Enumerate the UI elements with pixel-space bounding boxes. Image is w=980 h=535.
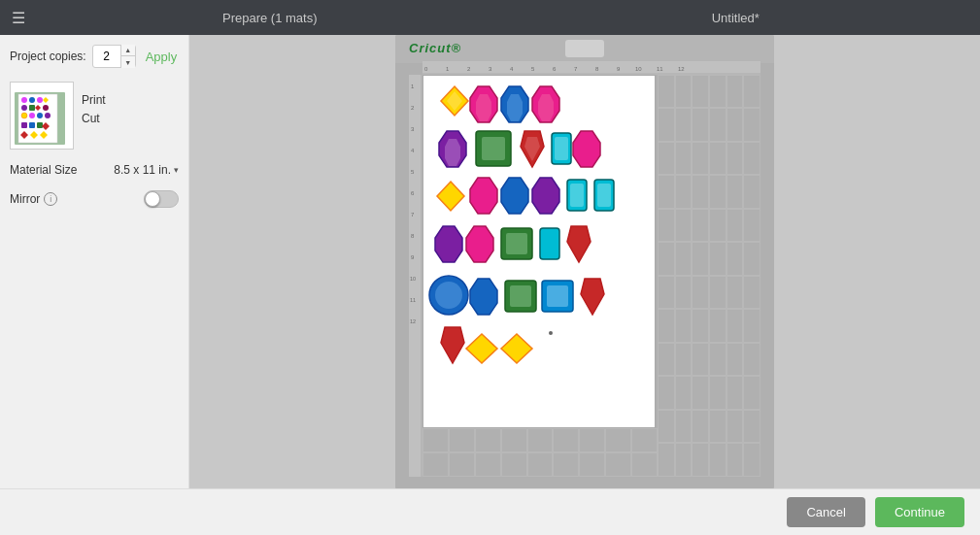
grid-cell: [675, 276, 693, 310]
svg-text:11: 11: [657, 66, 663, 72]
grid-cell: [422, 452, 449, 477]
grid-cell: [709, 108, 727, 142]
svg-text:0: 0: [424, 66, 428, 72]
grid-cell: [449, 428, 475, 452]
grid-cell: [658, 75, 675, 109]
footer: Cancel Continue: [0, 488, 980, 535]
copies-down-button[interactable]: ▼: [121, 56, 135, 68]
mat-print-area: [422, 75, 656, 428]
grid-cell: [709, 142, 727, 176]
grid-cell: [692, 410, 709, 444]
svg-marker-53: [507, 94, 523, 121]
grid-cell: [631, 452, 658, 477]
svg-marker-57: [445, 139, 460, 166]
grid-cell: [675, 142, 693, 176]
svg-text:10: 10: [635, 66, 642, 72]
grid-cell: [743, 376, 760, 410]
grid-cell: [658, 443, 675, 477]
svg-marker-89: [501, 334, 532, 363]
copies-spinners: ▲ ▼: [120, 45, 135, 68]
svg-rect-77: [540, 228, 559, 259]
svg-point-4: [37, 97, 43, 103]
svg-text:4: 4: [510, 66, 514, 72]
svg-text:1: 1: [411, 84, 415, 89]
grid-cell: [692, 209, 709, 243]
mat-preview: Print Cut: [10, 82, 179, 150]
grid-cell: [727, 309, 744, 343]
svg-rect-63: [555, 137, 568, 160]
ruler-left: 1 2 3 4 5 6 7 8 9 10 11 12: [409, 75, 422, 477]
copies-up-button[interactable]: ▲: [121, 45, 135, 56]
grid-cell: [727, 75, 744, 109]
grid-cell: [658, 276, 675, 310]
ruler-top-svg: 0 1 2 3 4 5 6 7 8 9 10 11 12: [422, 61, 760, 75]
grid-cell: [675, 209, 693, 243]
grid-cell: [692, 343, 709, 377]
svg-text:1: 1: [446, 66, 450, 72]
svg-marker-86: [581, 279, 604, 315]
grid-cell: [692, 75, 709, 109]
grid-cell: [692, 309, 709, 343]
grid-cell: [727, 108, 744, 142]
svg-marker-73: [435, 226, 462, 262]
grid-cell: [709, 309, 727, 343]
grid-cell: [727, 343, 744, 377]
svg-marker-68: [532, 178, 559, 214]
grid-cell: [709, 175, 727, 209]
copies-input[interactable]: [93, 50, 120, 63]
svg-marker-88: [466, 334, 497, 363]
grid-cell: [553, 452, 579, 477]
grid-cell: [675, 175, 693, 209]
svg-text:6: 6: [553, 66, 557, 72]
svg-marker-65: [437, 182, 464, 211]
grid-cell: [692, 175, 709, 209]
svg-marker-67: [501, 178, 528, 214]
grid-cell: [743, 175, 760, 209]
canvas-area: Cricut® 0 1 2 3 4 5 6 7 8 9: [189, 35, 980, 488]
grid-cell: [449, 452, 475, 477]
continue-button[interactable]: Continue: [875, 497, 964, 527]
ruler-top: 0 1 2 3 4 5 6 7 8 9 10 11 12: [422, 61, 760, 75]
grid-cell: [709, 410, 727, 444]
svg-rect-76: [506, 233, 527, 254]
grid-cell: [675, 108, 693, 142]
svg-text:7: 7: [411, 212, 415, 217]
svg-text:4: 4: [411, 148, 415, 153]
svg-text:9: 9: [617, 66, 621, 72]
svg-text:8: 8: [595, 66, 599, 72]
project-copies-label: Project copies:: [10, 50, 86, 63]
grid-cell: [675, 376, 693, 410]
grid-cell: [658, 309, 675, 343]
apply-button[interactable]: Apply: [142, 50, 182, 64]
grid-cell: [675, 343, 693, 377]
grid-cell: [553, 428, 579, 452]
menu-icon[interactable]: ☰: [12, 9, 25, 27]
bottom-grid: [422, 428, 658, 477]
grid-cell: [675, 443, 693, 477]
cancel-button[interactable]: Cancel: [787, 497, 864, 527]
mirror-toggle[interactable]: [144, 190, 179, 208]
grid-cell: [675, 242, 693, 276]
grid-cell: [709, 276, 727, 310]
grid-cell: [727, 175, 744, 209]
grid-cell: [675, 309, 693, 343]
grid-cell: [692, 376, 709, 410]
toggle-knob: [145, 191, 160, 207]
grid-cell: [709, 443, 727, 477]
grid-cell: [743, 209, 760, 243]
svg-point-6: [21, 105, 27, 111]
svg-rect-16: [37, 122, 43, 128]
grid-cell: [727, 443, 744, 477]
grid-cell: [475, 428, 501, 452]
grid-cell: [743, 75, 760, 109]
svg-marker-81: [470, 279, 497, 315]
mat-right-grid: [658, 75, 760, 477]
grid-cell: [658, 175, 675, 209]
grid-cell: [605, 428, 631, 452]
material-size-dropdown[interactable]: 8.5 x 11 in. ▾: [114, 163, 179, 177]
svg-marker-74: [466, 226, 493, 262]
cricut-logo: Cricut®: [409, 41, 461, 55]
grid-cell: [658, 376, 675, 410]
mirror-info-icon[interactable]: i: [44, 192, 57, 206]
grid-cell: [675, 410, 693, 444]
